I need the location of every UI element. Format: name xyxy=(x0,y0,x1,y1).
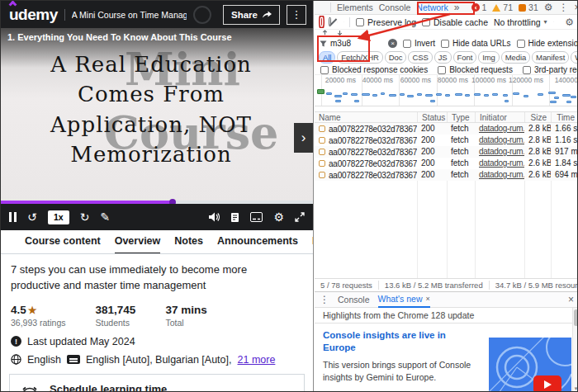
timeline-bar xyxy=(407,95,414,97)
network-settings-gear-icon[interactable]: ⚙ xyxy=(565,17,574,27)
drawer-close-icon[interactable]: × xyxy=(568,295,574,305)
initiator-link[interactable]: datadog-rum.js:1 xyxy=(479,124,524,133)
network-request-row[interactable]: aa00782278e032d78367a95212…200fetchdatad… xyxy=(315,135,578,146)
timeline-tick: 100000 ms xyxy=(471,76,506,84)
tab-elements[interactable]: Elements xyxy=(337,2,373,12)
more-languages-link[interactable]: 21 more xyxy=(238,354,276,366)
request-name-cell: aa00782278e032d78367a95212… xyxy=(315,158,417,169)
column-header-type[interactable]: Type xyxy=(447,112,475,122)
captions-icon[interactable] xyxy=(250,212,263,222)
devtools-settings-gear-icon[interactable]: ⚙ xyxy=(544,2,553,12)
fetch-request-icon xyxy=(319,149,325,155)
transcript-icon[interactable] xyxy=(230,212,239,223)
progress-handle[interactable] xyxy=(169,199,176,204)
network-table-body: aa00782278e032d78367a95212…200fetchdatad… xyxy=(315,123,578,181)
column-header-size[interactable]: Size xyxy=(524,112,551,122)
throttling-select[interactable]: No throttling▾ xyxy=(494,17,547,27)
chip-media[interactable]: Media xyxy=(501,51,530,64)
tab-overview[interactable]: Overview xyxy=(115,230,161,254)
column-header-time[interactable]: Time xyxy=(551,112,578,122)
video-player[interactable]: Mini Course A Real EducationComes FromAp… xyxy=(1,28,313,204)
settings-gear-icon[interactable]: ⚙ xyxy=(273,211,284,223)
checkbox-blocked-requests[interactable]: Blocked requests xyxy=(438,65,513,74)
chip-all[interactable]: All xyxy=(319,51,335,64)
notes-icon[interactable]: ✎ xyxy=(100,211,110,223)
youtube-play-button[interactable] xyxy=(533,375,561,392)
drawer-tab-whatsnew[interactable]: What's new × xyxy=(378,291,430,308)
network-request-row[interactable]: aa00782278e032d78367a95212…200fetchdatad… xyxy=(315,146,578,158)
whatsnew-tab-close-icon[interactable]: × xyxy=(425,295,429,303)
tab-announcements[interactable]: Announcements xyxy=(217,230,298,254)
disable-cache-checkbox[interactable]: Disable cache xyxy=(422,17,488,27)
checkbox-blocked-response-cookies[interactable]: Blocked response cookies xyxy=(320,65,428,74)
forward-icon[interactable]: ↻ xyxy=(80,211,90,223)
chip-font[interactable]: Font xyxy=(453,51,477,64)
request-type: fetch xyxy=(447,158,475,169)
error-icon: × xyxy=(471,3,480,12)
tab-console[interactable]: Console xyxy=(379,2,411,12)
udemy-logo[interactable]: udemy xyxy=(7,6,58,24)
chip-js[interactable]: JS xyxy=(434,51,452,64)
whatsnew-item1-title[interactable]: Console insights are live in Europe xyxy=(323,329,480,354)
preserve-log-checkbox[interactable]: Preserve log xyxy=(356,17,416,27)
chip-doc[interactable]: Doc xyxy=(385,51,407,64)
share-button[interactable]: Share xyxy=(223,5,280,25)
rewind-icon[interactable]: ↺ xyxy=(27,211,37,223)
chip-img[interactable]: Img xyxy=(478,51,500,64)
tab-network[interactable]: Network xyxy=(416,2,448,12)
pause-icon[interactable] xyxy=(9,212,17,222)
column-header-initiator[interactable]: Initiator xyxy=(475,112,524,122)
header-kebab-button[interactable]: ⋮ xyxy=(287,5,306,25)
initiator-link[interactable]: datadog-rum.js:1 xyxy=(479,147,524,156)
whatsnew-item2-title[interactable]: Enhanced network track in the Performanc… xyxy=(323,389,480,392)
checkbox-invert[interactable]: Invert xyxy=(403,39,435,48)
network-request-row[interactable]: aa00782278e032d78367a95212…200fetchdatad… xyxy=(315,169,578,181)
scrollbar-down-icon[interactable]: ▾ xyxy=(573,385,578,392)
devtools-close-icon[interactable]: × xyxy=(575,2,578,12)
warning-badge[interactable]: 71 xyxy=(492,2,513,12)
initiator-link[interactable]: datadog-rum.js:1 xyxy=(479,158,524,168)
column-header-name[interactable]: Name xyxy=(315,112,417,122)
tab-course-content[interactable]: Course content xyxy=(25,230,101,254)
initiator-link[interactable]: datadog-rum.js:1 xyxy=(479,135,524,144)
issues-badge[interactable]: 31 xyxy=(519,2,538,12)
filter-input[interactable] xyxy=(330,39,368,48)
tab-reviews[interactable]: Reviews xyxy=(312,230,313,254)
network-request-row[interactable]: aa00782278e032d78367a95212…200fetchdatad… xyxy=(315,158,578,169)
checkbox-hide-data-urls[interactable]: Hide data URLs xyxy=(441,39,511,48)
network-search-icon[interactable] xyxy=(343,17,344,26)
network-conditions-icon[interactable] xyxy=(553,18,554,26)
initiator-link[interactable]: datadog-rum.js:1 xyxy=(479,170,524,179)
volume-icon[interactable] xyxy=(208,212,220,222)
clear-icon[interactable] xyxy=(329,17,330,26)
chip-fetch-xhr[interactable]: Fetch/XHR xyxy=(337,51,383,64)
speed-button[interactable]: 1x xyxy=(48,210,69,224)
devtools-kebab-icon[interactable]: ⋮ xyxy=(559,2,569,12)
checkbox-3rd-party-requests[interactable]: 3rd-party requests xyxy=(523,65,578,74)
drawer-tab-console[interactable]: Console xyxy=(338,291,370,308)
chip-css[interactable]: CSS xyxy=(408,51,432,64)
whatsnew-scrollbar[interactable]: ▾ xyxy=(572,308,578,392)
blocked-filters-row: Blocked response cookiesBlocked requests… xyxy=(315,65,578,75)
checkbox-icon xyxy=(438,66,446,74)
chip-manifest[interactable]: Manifest xyxy=(532,51,569,64)
export-har-icon[interactable] xyxy=(336,30,343,37)
info-icon: ! xyxy=(11,336,21,347)
scrollbar-thumb[interactable] xyxy=(574,309,578,326)
timeline-bar xyxy=(343,92,348,95)
drawer-kebab-icon[interactable]: ⋮ xyxy=(320,295,329,305)
network-request-row[interactable]: aa00782278e032d78367a95212…200fetchdatad… xyxy=(315,123,578,135)
error-badge[interactable]: ×1 xyxy=(471,2,487,12)
video-progress-bar[interactable] xyxy=(1,201,313,204)
tab-notes[interactable]: Notes xyxy=(174,230,203,254)
next-lecture-button[interactable]: › xyxy=(294,123,313,153)
fullscreen-icon[interactable] xyxy=(295,212,305,222)
chip-ws[interactable]: WS xyxy=(571,51,578,64)
import-har-icon[interactable] xyxy=(321,30,329,37)
network-timeline[interactable]: 20000 ms40000 ms60000 ms80000 ms100000 m… xyxy=(315,75,578,106)
more-panels-icon[interactable]: » xyxy=(454,2,460,12)
column-header-status[interactable]: Status xyxy=(417,112,447,122)
checkbox-hide-extension-urls[interactable]: Hide extension URLs xyxy=(517,39,578,48)
progress-ring[interactable] xyxy=(193,6,211,24)
clear-filter-icon[interactable]: × xyxy=(388,39,397,48)
